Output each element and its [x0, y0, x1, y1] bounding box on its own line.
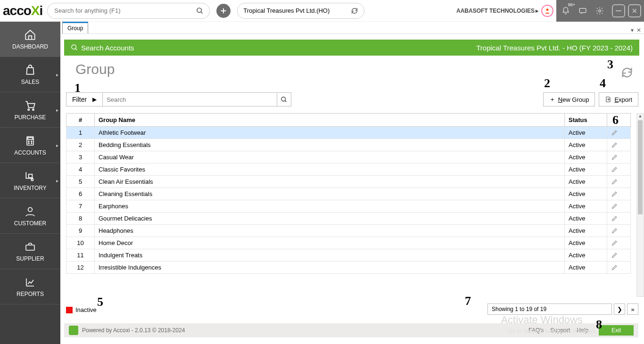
company-switcher[interactable]: AABASOFT TECHNOLOGIES ▸	[456, 8, 538, 14]
edit-button[interactable]	[607, 176, 631, 188]
chevron-right-icon: ▸	[56, 178, 58, 183]
sidebar-item-purchase[interactable]: PURCHASE ▸	[0, 92, 60, 128]
edit-button[interactable]	[607, 151, 631, 164]
table-row[interactable]: 6Cleaning EssentialsActive	[66, 188, 631, 200]
edit-button[interactable]	[607, 262, 631, 274]
edit-button[interactable]	[607, 213, 631, 225]
cart-icon	[23, 99, 38, 112]
pencil-icon	[611, 227, 627, 234]
edit-button[interactable]	[607, 164, 631, 176]
pencil-icon	[611, 203, 627, 210]
link-faq[interactable]: FAQ's	[528, 327, 544, 334]
sidebar-item-inventory[interactable]: INVENTORY ▸	[0, 163, 60, 198]
svg-point-17	[28, 207, 33, 212]
cell-num: 2	[66, 139, 95, 151]
cell-status: Active	[565, 262, 607, 274]
filter-button[interactable]: Filter ▶	[66, 92, 103, 106]
exit-button[interactable]: Exit	[599, 325, 634, 336]
bell-icon[interactable]: 99+	[558, 3, 573, 18]
cell-name: Cleaning Essentials	[95, 188, 565, 200]
sidebar-label: INVENTORY	[14, 185, 47, 191]
new-group-button[interactable]: ＋ New Group	[543, 92, 595, 106]
org-name: Tropical Treasures Pvt Ltd.(HO)	[243, 7, 330, 14]
close-button[interactable]: ✕	[628, 4, 641, 17]
message-icon[interactable]	[575, 3, 590, 18]
svg-point-13	[28, 143, 29, 144]
tab-menu-icon[interactable]: ▾	[631, 27, 634, 33]
svg-point-19	[72, 45, 76, 49]
svg-point-21	[281, 97, 286, 101]
sidebar-label: DASHBOARD	[12, 43, 48, 50]
sidebar-item-customer[interactable]: CUSTOMER	[0, 198, 60, 234]
global-search[interactable]	[47, 3, 210, 19]
edit-button[interactable]	[607, 127, 631, 139]
avatar[interactable]	[541, 5, 553, 17]
edit-button[interactable]	[607, 225, 631, 237]
link-help[interactable]: Help	[577, 327, 588, 334]
edit-button[interactable]	[607, 237, 631, 249]
context-search-label[interactable]: Search Accounts	[81, 44, 134, 52]
refresh-icon[interactable]	[620, 66, 634, 79]
table-row[interactable]: 5Clean Air EssentialsActive	[66, 176, 631, 188]
col-name[interactable]: Group Name	[95, 114, 565, 127]
sidebar-label: SALES	[21, 79, 40, 85]
edit-button[interactable]	[607, 139, 631, 151]
table-header: # Group Name Status	[66, 114, 631, 127]
table-row[interactable]: 3Casual WearActive	[66, 151, 631, 164]
chart-icon	[23, 276, 38, 289]
col-status[interactable]: Status	[565, 114, 607, 127]
annot-1: 1	[74, 81, 81, 95]
notif-count: 99+	[568, 2, 575, 7]
sync-icon[interactable]	[351, 7, 358, 15]
search-input[interactable]	[103, 92, 277, 106]
export-button[interactable]: Export	[599, 92, 638, 106]
table-row[interactable]: 12Irresistible IndulgencesActive	[66, 262, 631, 274]
minimize-button[interactable]	[612, 4, 625, 17]
table-row[interactable]: 2Bedding EssentialsActive	[66, 139, 631, 151]
cell-num: 1	[66, 127, 95, 139]
chevron-right-icon: ▸	[56, 72, 58, 77]
search-go-button[interactable]	[277, 92, 291, 106]
tab-close-icon[interactable]: ✕	[636, 27, 641, 33]
annot-7: 7	[465, 294, 471, 308]
sidebar-item-sales[interactable]: SALES ▸	[0, 57, 60, 92]
cell-status: Active	[565, 127, 607, 139]
org-selector[interactable]: Tropical Treasures Pvt Ltd.(HO)	[237, 3, 364, 19]
search-icon[interactable]	[196, 7, 204, 15]
scrollbar[interactable]: ▲	[636, 113, 644, 297]
sidebar-item-accounts[interactable]: ACCOUNTS ▸	[0, 128, 60, 163]
link-support[interactable]: Support	[550, 327, 570, 334]
table-row[interactable]: 10Home DecorActive	[66, 237, 631, 249]
gear-icon[interactable]	[592, 3, 607, 18]
cell-name: Headphones	[95, 225, 565, 237]
pager-next[interactable]: ❯	[614, 303, 625, 315]
sidebar-item-supplier[interactable]: SUPPLIER	[0, 234, 60, 269]
pager-last[interactable]: »	[627, 303, 638, 315]
table-row[interactable]: 8Gourmet DelicaciesActive	[66, 213, 631, 225]
svg-line-1	[201, 12, 202, 13]
cell-status: Active	[565, 200, 607, 213]
table-row[interactable]: 11Indulgent TreatsActive	[66, 249, 631, 262]
table-row[interactable]: 1Athletic FootwearActive	[66, 127, 631, 139]
edit-button[interactable]	[607, 188, 631, 200]
sidebar-item-reports[interactable]: REPORTS	[0, 269, 60, 304]
fy-label: Tropical Treasures Pvt Ltd. - HO (FY 202…	[476, 44, 633, 52]
cell-status: Active	[565, 237, 607, 249]
sidebar-item-dashboard[interactable]: DASHBOARD	[0, 22, 60, 57]
legend-inactive: Inactive	[66, 306, 97, 313]
svg-rect-10	[28, 138, 33, 139]
search-icon[interactable]	[71, 44, 78, 51]
table-row[interactable]: 9HeadphonesActive	[66, 225, 631, 237]
table-row[interactable]: 7EarphonesActive	[66, 200, 631, 213]
add-button[interactable]	[216, 4, 231, 18]
annot-5: 5	[97, 295, 103, 309]
scroll-up-icon[interactable]: ▲	[637, 114, 644, 120]
edit-button[interactable]	[607, 249, 631, 262]
tab-group[interactable]: Group	[62, 22, 88, 33]
global-search-input[interactable]	[54, 7, 190, 14]
scroll-thumb[interactable]	[638, 120, 643, 214]
col-num[interactable]: #	[66, 114, 95, 127]
edit-button[interactable]	[607, 200, 631, 213]
house-icon	[23, 28, 38, 41]
table-row[interactable]: 4Classic FavoritesActive	[66, 164, 631, 176]
